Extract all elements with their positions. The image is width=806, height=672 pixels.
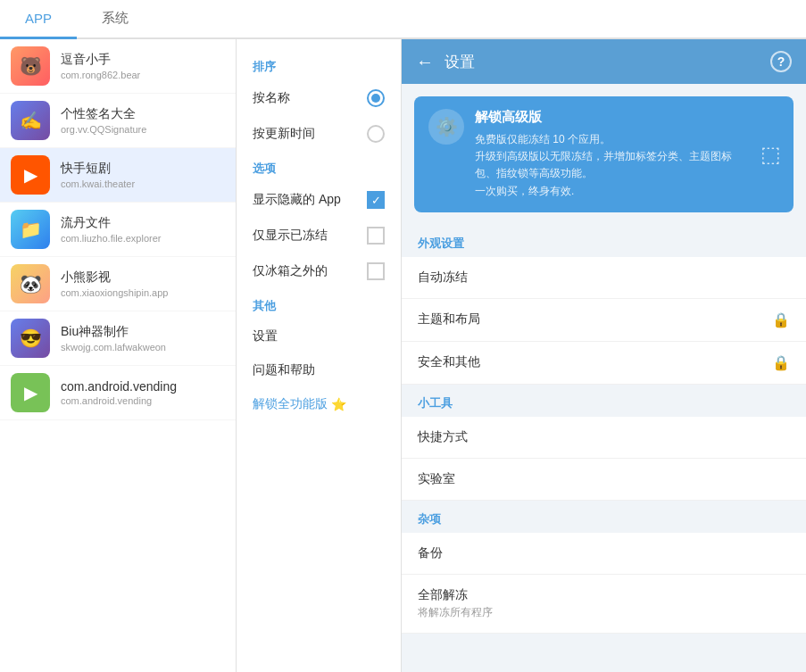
show-frozen-label: 仅显示已冻结: [253, 228, 328, 244]
tab-app[interactable]: APP: [0, 0, 77, 39]
app-item-7[interactable]: ▶ com.android.vending com.android.vendin…: [0, 366, 236, 420]
top-tabs: APP 系统: [0, 0, 806, 39]
app-info: 逗音小手 com.rong862.bear: [61, 52, 140, 80]
lock-icon: 🔒: [772, 354, 790, 371]
app-item-2[interactable]: ✍ 个性签名大全 org.vv.QQSignature: [0, 94, 236, 148]
upgrade-icon-char: ⚙️: [436, 116, 458, 137]
lock-icon: 🔒: [772, 311, 790, 328]
app-pkg: org.vv.QQSignature: [61, 124, 146, 135]
tab-system[interactable]: 系统: [77, 0, 154, 39]
sort-by-update[interactable]: 按更新时间: [237, 116, 401, 152]
app-info: 小熊影视 com.xiaoxiongshipin.app: [61, 270, 168, 298]
upgrade-card[interactable]: ⚙️ 解锁高级版 免费版仅能冻结 10 个应用。升级到高级版以无限冻结，并增加标…: [414, 96, 794, 212]
unlock-star: ⭐: [331, 397, 346, 411]
app-name: 快手短剧: [61, 161, 135, 177]
app-icon: ✍: [11, 101, 50, 140]
settings-item-text: 安全和其他: [418, 354, 480, 370]
menu-help[interactable]: 问题和帮助: [237, 353, 401, 387]
settings-item-theme[interactable]: 主题和布局 🔒: [402, 299, 806, 342]
settings-title: 设置: [445, 52, 770, 72]
help-button[interactable]: ?: [770, 51, 792, 72]
settings-section-title-tools: 小工具: [402, 385, 806, 417]
app-list-panel: 🐻 逗音小手 com.rong862.bear ✍ 个性签名大全 org.vv.…: [0, 39, 237, 672]
app-icon: 😎: [11, 319, 50, 358]
show-hidden-checkbox[interactable]: [367, 191, 385, 209]
app-icon: ▶: [11, 373, 50, 412]
sort-section-title: 排序: [237, 50, 401, 80]
app-name: 流丹文件: [61, 215, 162, 231]
upgrade-icon: ⚙️: [428, 109, 464, 145]
show-outside-fridge[interactable]: 仅冰箱之外的: [237, 253, 401, 289]
settings-item-text: 自动冻结: [418, 270, 468, 286]
sort-by-name[interactable]: 按名称: [237, 80, 401, 116]
show-hidden-apps[interactable]: 显示隐藏的 App: [237, 182, 401, 218]
show-outside-checkbox[interactable]: [367, 262, 385, 280]
settings-item-text: 备份: [418, 545, 443, 561]
main-content: 🐻 逗音小手 com.rong862.bear ✍ 个性签名大全 org.vv.…: [0, 39, 806, 672]
sort-update-radio: [367, 125, 385, 143]
options-section-title: 选项: [237, 152, 401, 182]
settings-item-shortcuts[interactable]: 快捷方式: [402, 417, 806, 459]
show-frozen-only[interactable]: 仅显示已冻结: [237, 218, 401, 253]
app-pkg: com.xiaoxiongshipin.app: [61, 287, 168, 298]
app-pkg: com.liuzho.file.explorer: [61, 233, 162, 244]
menu-panel: 排序 按名称 按更新时间 选项 显示隐藏的 App 仅显示已冻结 仅冰箱之外的 …: [237, 39, 402, 672]
app-name: 小熊影视: [61, 270, 168, 286]
settings-item-text: 实验室: [418, 471, 455, 487]
upgrade-title: 解锁高级版: [475, 109, 779, 126]
app-name: 个性签名大全: [61, 106, 146, 122]
settings-panel: ← 设置 ? ⚙️ 解锁高级版 免费版仅能冻结 10 个应用。升级到高级版以无限…: [402, 39, 806, 672]
app-info: 流丹文件 com.liuzho.file.explorer: [61, 215, 162, 244]
app-name: 逗音小手: [61, 52, 140, 68]
settings-item-backup[interactable]: 备份: [402, 533, 806, 575]
settings-item-lab[interactable]: 实验室: [402, 459, 806, 501]
app-item-6[interactable]: 😎 Biu神器制作 skwojg.com.lafwakweon: [0, 311, 236, 366]
app-pkg: com.android.vending: [61, 395, 177, 406]
app-pkg: com.rong862.bear: [61, 70, 140, 80]
other-section-title: 其他: [237, 289, 401, 319]
app-info: 快手短剧 com.kwai.theater: [61, 161, 135, 189]
app-name: Biu神器制作: [61, 324, 166, 340]
app-item-1[interactable]: 🐻 逗音小手 com.rong862.bear: [0, 39, 236, 94]
app-icon: 🐼: [11, 264, 50, 303]
show-hidden-label: 显示隐藏的 App: [253, 192, 341, 208]
menu-settings[interactable]: 设置: [237, 319, 401, 353]
sort-update-label: 按更新时间: [253, 126, 315, 142]
back-button[interactable]: ←: [416, 52, 434, 72]
settings-item-security_other[interactable]: 安全和其他 🔒: [402, 342, 806, 385]
settings-item-unfreeze_all[interactable]: 全部解冻 将解冻所有程序: [402, 575, 806, 634]
sort-name-radio: [367, 89, 385, 107]
unlock-full-version[interactable]: 解锁全功能版 ⭐: [237, 387, 401, 421]
upgrade-link-icon[interactable]: ⬚: [760, 142, 781, 167]
show-frozen-checkbox[interactable]: [367, 227, 385, 245]
upgrade-text: 解锁高级版 免费版仅能冻结 10 个应用。升级到高级版以无限冻结，并增加标签分类…: [475, 109, 779, 200]
app-info: Biu神器制作 skwojg.com.lafwakweon: [61, 324, 166, 353]
settings-item-text: 快捷方式: [418, 429, 468, 445]
app-item-5[interactable]: 🐼 小熊影视 com.xiaoxiongshipin.app: [0, 257, 236, 311]
sort-name-label: 按名称: [253, 90, 290, 106]
app-info: com.android.vending com.android.vending: [61, 379, 177, 406]
app-info: 个性签名大全 org.vv.QQSignature: [61, 106, 146, 135]
app-icon: 📁: [11, 210, 50, 249]
show-outside-label: 仅冰箱之外的: [253, 263, 328, 279]
app-name: com.android.vending: [61, 379, 177, 394]
menu-settings-label: 设置: [253, 328, 278, 344]
settings-section-title-misc: 杂项: [402, 501, 806, 533]
menu-help-label: 问题和帮助: [253, 362, 315, 378]
upgrade-desc: 免费版仅能冻结 10 个应用。升级到高级版以无限冻结，并增加标签分类、主题图标包…: [475, 131, 779, 200]
unlock-label: 解锁全功能版: [253, 396, 328, 412]
settings-item-text: 主题和布局: [418, 311, 480, 328]
app-pkg: com.kwai.theater: [61, 178, 135, 189]
settings-item-text: 全部解冻 将解冻所有程序: [418, 587, 493, 620]
settings-item-auto_freeze[interactable]: 自动冻结: [402, 257, 806, 299]
app-item-4[interactable]: 📁 流丹文件 com.liuzho.file.explorer: [0, 203, 236, 257]
settings-header: ← 设置 ?: [402, 39, 806, 84]
app-pkg: skwojg.com.lafwakweon: [61, 342, 166, 353]
app-icon: ▶: [11, 155, 50, 195]
app-icon: 🐻: [11, 46, 50, 86]
app-item-3[interactable]: ▶ 快手短剧 com.kwai.theater: [0, 148, 236, 203]
settings-section-title-appearance: 外观设置: [402, 225, 806, 257]
